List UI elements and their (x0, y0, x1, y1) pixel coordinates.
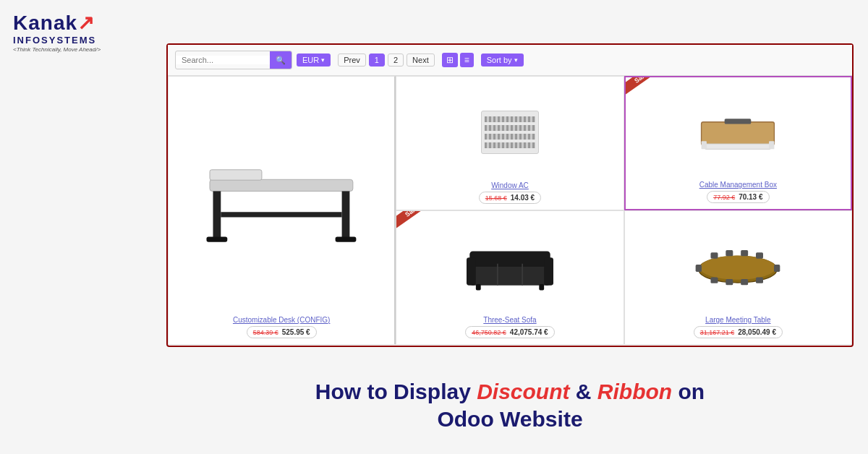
old-price-cable: 77.92 € (713, 194, 735, 201)
product-image-meeting (631, 217, 846, 316)
prev-button[interactable]: Prev (338, 53, 366, 67)
sofa-svg (467, 241, 553, 292)
desk-svg (190, 100, 373, 299)
svg-rect-13 (469, 251, 550, 266)
price-area-desk: 584.39 € 525.95 € (247, 326, 317, 338)
old-price-desk: 584.39 € (253, 329, 278, 336)
price-area-ac: 15.68 € 14.03 € (479, 192, 541, 204)
logo-brand: Kanak↗ (13, 13, 129, 33)
logo-arrow: ↗ (77, 12, 95, 34)
product-image-ac (402, 82, 617, 181)
svg-rect-6 (210, 170, 262, 180)
heading-discount: Discount (477, 380, 569, 403)
search-input[interactable] (176, 56, 270, 64)
product-name-ac[interactable]: Window AC (491, 181, 529, 189)
svg-rect-12 (469, 263, 550, 285)
product-image-sofa (402, 217, 617, 316)
page-1-button[interactable]: 1 (369, 53, 385, 67)
product-name-desk[interactable]: Customizable Desk (CONFIG) (233, 316, 330, 324)
svg-rect-8 (725, 119, 752, 124)
svg-rect-31 (774, 265, 780, 272)
svg-rect-4 (336, 237, 357, 242)
svg-point-21 (700, 256, 776, 280)
product-image-desk (174, 82, 388, 316)
svg-rect-14 (467, 257, 476, 286)
mockup-toolbar: 🔍 EUR Prev 1 2 Next ⊞ ≡ Sort by (168, 45, 852, 76)
svg-rect-9 (705, 144, 771, 149)
svg-rect-0 (210, 180, 353, 192)
svg-rect-5 (221, 212, 341, 217)
product-name-meeting[interactable]: Large Meeting Table (705, 316, 770, 324)
svg-rect-15 (544, 257, 553, 286)
cable-box-svg (698, 112, 778, 152)
heading-before: How to Display (315, 380, 477, 403)
product-grid: Customizable Desk (CONFIG) 584.39 € 525.… (168, 76, 852, 345)
product-image-cable (631, 83, 845, 181)
website-mockup: 🔍 EUR Prev 1 2 Next ⊞ ≡ Sort by (166, 43, 854, 347)
price-area-cable: 77.92 € 70.13 € (707, 191, 769, 203)
product-cell-desk[interactable]: Customizable Desk (CONFIG) 584.39 € 525.… (168, 76, 396, 345)
heading-ribbon: Ribbon (597, 380, 672, 403)
svg-rect-22 (711, 252, 718, 258)
svg-rect-18 (476, 284, 481, 291)
svg-rect-25 (756, 252, 763, 258)
new-price-sofa: 42,075.74 € (510, 328, 548, 336)
logo-tagline: <Think Technically, Move Ahead/> (13, 46, 129, 53)
svg-rect-28 (741, 279, 748, 285)
svg-rect-3 (342, 192, 350, 240)
logo: Kanak↗ INFOSYSTEMS <Think Technically, M… (13, 13, 129, 53)
old-price-sofa: 46,750.82 € (472, 329, 506, 336)
product-cell-ac[interactable]: Window AC 15.68 € 14.03 € (396, 76, 624, 210)
bottom-heading: How to Display Discount & Ribbon on Odoo… (166, 379, 854, 432)
sort-by-button[interactable]: Sort by (481, 53, 524, 67)
new-price-cable: 70.13 € (739, 193, 762, 201)
new-price-ac: 14.03 € (511, 194, 535, 202)
svg-rect-23 (726, 250, 733, 256)
old-price-meeting: 31,167.21 € (700, 329, 735, 336)
currency-selector[interactable]: EUR (297, 53, 331, 67)
svg-rect-11 (769, 141, 774, 149)
view-buttons: ⊞ ≡ (442, 53, 474, 67)
heading-mid: & (570, 380, 597, 403)
search-button[interactable]: 🔍 (270, 51, 292, 69)
svg-rect-26 (711, 278, 718, 283)
svg-rect-29 (756, 278, 763, 283)
new-price-meeting: 28,050.49 € (738, 328, 776, 336)
svg-rect-1 (213, 192, 221, 240)
svg-rect-19 (539, 284, 544, 291)
next-button[interactable]: Next (407, 53, 435, 67)
meeting-table-svg (691, 239, 785, 294)
svg-rect-24 (741, 250, 748, 256)
search-box[interactable]: 🔍 (175, 51, 292, 69)
logo-division: INFOSYSTEMS (13, 35, 129, 46)
price-area-sofa: 46,750.82 € 42,075.74 € (465, 326, 554, 338)
svg-rect-7 (702, 122, 775, 145)
grid-view-button[interactable]: ⊞ (442, 53, 458, 67)
ac-image (481, 111, 539, 154)
product-name-cable[interactable]: Cable Management Box (699, 181, 777, 189)
page-2-button[interactable]: 2 (388, 53, 404, 67)
product-cell-cable[interactable]: Sale Cable Management Box 77. (624, 76, 852, 210)
pagination: Prev 1 2 Next (338, 53, 435, 67)
svg-rect-30 (696, 265, 702, 272)
svg-rect-2 (207, 237, 228, 242)
product-name-sofa[interactable]: Three-Seat Sofa (483, 316, 536, 324)
heading-after: on (672, 380, 705, 403)
product-cell-sofa[interactable]: Sale (396, 210, 624, 345)
price-area-meeting: 31,167.21 € 28,050.49 € (694, 326, 783, 338)
product-cell-meeting[interactable]: Large Meeting Table 31,167.21 € 28,050.4… (624, 210, 852, 345)
svg-rect-10 (702, 141, 707, 149)
heading-line1: How to Display Discount & Ribbon on (166, 379, 854, 405)
old-price-ac: 15.68 € (485, 194, 507, 202)
list-view-button[interactable]: ≡ (460, 53, 474, 67)
heading-line2: Odoo Website (166, 406, 854, 432)
new-price-desk: 525.95 € (282, 328, 310, 336)
main-content: 🔍 EUR Prev 1 2 Next ⊞ ≡ Sort by (166, 43, 854, 440)
svg-rect-27 (726, 279, 733, 285)
